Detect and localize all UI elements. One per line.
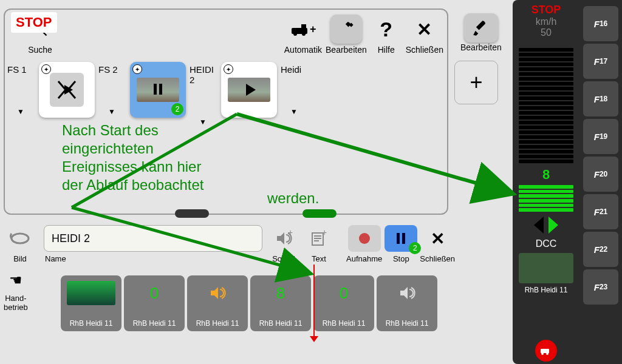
bild-label: Bild bbox=[13, 254, 27, 263]
fkey-21[interactable]: F21 bbox=[583, 194, 618, 229]
text-icon[interactable]: + bbox=[302, 225, 335, 252]
loco-fab-icon[interactable] bbox=[535, 340, 557, 362]
sound-icon[interactable]: + bbox=[267, 225, 300, 252]
name-input[interactable] bbox=[44, 225, 262, 252]
svg-point-19 bbox=[541, 352, 544, 355]
close-button[interactable]: ✕ bbox=[421, 225, 454, 252]
sequence-tile[interactable]: 0RhB Heidi 11 bbox=[313, 275, 374, 331]
sequence-value: 0 bbox=[150, 279, 159, 307]
direction-arrows[interactable] bbox=[534, 217, 558, 234]
sequence-value: 8 bbox=[276, 279, 285, 307]
dropdown-icon[interactable]: ▼ bbox=[17, 107, 39, 116]
wrench-icon[interactable] bbox=[464, 13, 498, 42]
speedo-max: 50 bbox=[541, 27, 552, 38]
help-button[interactable]: ? bbox=[371, 15, 402, 44]
protocol-label: DCC bbox=[536, 238, 557, 249]
arrow-right-icon[interactable] bbox=[549, 217, 558, 234]
add-button[interactable]: + bbox=[454, 61, 498, 104]
right-panel: STOP km/h 50 8 DCC RhB Heidi 11 F16F17F1… bbox=[513, 0, 622, 364]
search-label: Suche bbox=[28, 45, 52, 55]
svg-rect-5 bbox=[301, 24, 306, 29]
text-label: Text bbox=[312, 254, 326, 263]
svg-text:+: + bbox=[310, 23, 316, 35]
fkey-23[interactable]: F23 bbox=[583, 269, 618, 305]
svg-text:+: + bbox=[322, 229, 327, 237]
sequence-value bbox=[396, 279, 418, 307]
fkey-19[interactable]: F19 bbox=[583, 119, 618, 154]
fkey-16[interactable]: F16 bbox=[583, 6, 618, 41]
event-slot: FS 1 ▼ ✦ bbox=[6, 62, 95, 126]
automatik-label: Automatik bbox=[284, 45, 322, 55]
sequence-label: RhB Heidi 11 bbox=[386, 319, 429, 328]
outer-edit-label: Bearbeiten bbox=[460, 42, 502, 52]
event-label: FS 2 bbox=[97, 62, 130, 77]
sequence-toolbar: Bild Name + Sound + Text Aufnahme 2 Stop bbox=[4, 221, 505, 267]
bild-icon[interactable] bbox=[4, 225, 36, 252]
speedo-bars[interactable] bbox=[519, 42, 573, 163]
loco-label: RhB Heidi 11 bbox=[525, 286, 568, 294]
sequence-tile[interactable]: 8RhB Heidi 11 bbox=[250, 275, 311, 331]
svg-point-8 bbox=[12, 234, 29, 243]
close-label: Schließen bbox=[406, 45, 443, 55]
sequence-label: RhB Heidi 11 bbox=[259, 319, 302, 328]
svg-marker-9 bbox=[277, 232, 284, 244]
name-label: Name bbox=[45, 254, 262, 263]
fkey-22[interactable]: F22 bbox=[583, 232, 618, 267]
loco-image[interactable] bbox=[519, 253, 573, 283]
close-label: Schließen bbox=[420, 254, 455, 263]
close-button[interactable]: ✕ bbox=[409, 15, 440, 44]
play-icon bbox=[50, 73, 84, 107]
svg-rect-18 bbox=[541, 349, 549, 353]
automatik-icon[interactable]: + bbox=[287, 15, 319, 44]
outer-edit: Bearbeiten bbox=[460, 13, 502, 52]
record-label: Aufnahme bbox=[346, 254, 382, 263]
event-label: Heidi bbox=[279, 62, 312, 77]
cursor-icon: ✦ bbox=[132, 64, 142, 74]
dropdown-icon[interactable]: ▼ bbox=[290, 107, 312, 116]
speedo-unit: km/h bbox=[536, 16, 557, 27]
event-tile[interactable]: ✦ bbox=[39, 62, 95, 118]
annotation-text: Nach Start des eingerichteten Ereignisse… bbox=[62, 121, 204, 194]
stop-badge[interactable]: STOP bbox=[11, 12, 57, 33]
event-slot: FS 2 ▼ ✦ 2 bbox=[97, 62, 186, 126]
cursor-icon: ✦ bbox=[41, 64, 51, 74]
sequence-value bbox=[67, 279, 115, 307]
event-tile-active[interactable]: ✦ 2 bbox=[130, 62, 186, 118]
sequence-tile[interactable]: RhB Heidi 11 bbox=[377, 275, 437, 331]
sequence-label: RhB Heidi 11 bbox=[133, 319, 176, 328]
fkey-18[interactable]: F18 bbox=[583, 81, 618, 116]
sequence-tile[interactable]: RhB Heidi 11 bbox=[61, 275, 121, 331]
edit-button[interactable] bbox=[330, 15, 362, 44]
edit-label: Bearbeiten bbox=[326, 45, 367, 55]
speedo-stop: STOP bbox=[531, 4, 561, 16]
drag-handle[interactable] bbox=[175, 209, 209, 218]
sequence-row: RhB Heidi 110RhB Heidi 11RhB Heidi 118Rh… bbox=[4, 275, 437, 331]
drag-handle[interactable] bbox=[302, 209, 337, 218]
event-tile[interactable]: ✦ bbox=[221, 62, 277, 118]
sequence-tile[interactable]: RhB Heidi 11 bbox=[187, 275, 248, 331]
svg-marker-17 bbox=[400, 287, 408, 299]
record-button[interactable] bbox=[348, 225, 381, 252]
sequence-label: RhB Heidi 11 bbox=[70, 319, 113, 328]
svg-point-20 bbox=[546, 352, 549, 355]
cursor-icon: ✦ bbox=[224, 64, 233, 74]
svg-point-4 bbox=[302, 32, 306, 36]
dropdown-icon[interactable]: ▼ bbox=[108, 107, 130, 116]
arrow-left-icon[interactable] bbox=[534, 217, 544, 234]
speedo-value: 8 bbox=[542, 167, 550, 183]
speedometer: STOP km/h 50 8 DCC RhB Heidi 11 bbox=[513, 0, 579, 364]
svg-point-3 bbox=[293, 32, 297, 36]
stop-label: Stop bbox=[393, 254, 409, 263]
sound-label: Sound bbox=[272, 254, 295, 263]
playhead[interactable] bbox=[313, 265, 315, 337]
sequence-value bbox=[207, 279, 228, 307]
event-tile[interactable] bbox=[312, 62, 368, 118]
event-slot: Heidi ▼ bbox=[279, 62, 368, 126]
svg-text:+: + bbox=[288, 229, 293, 237]
events-row: FS 1 ▼ ✦ FS 2 ▼ ✦ 2 bbox=[5, 62, 447, 126]
event-label: HEIDI 2 bbox=[188, 62, 221, 87]
fkey-20[interactable]: F20 bbox=[583, 157, 618, 192]
sequence-label: RhB Heidi 11 bbox=[323, 319, 366, 328]
sequence-tile[interactable]: 0RhB Heidi 11 bbox=[124, 275, 185, 331]
fkey-17[interactable]: F17 bbox=[583, 44, 618, 79]
